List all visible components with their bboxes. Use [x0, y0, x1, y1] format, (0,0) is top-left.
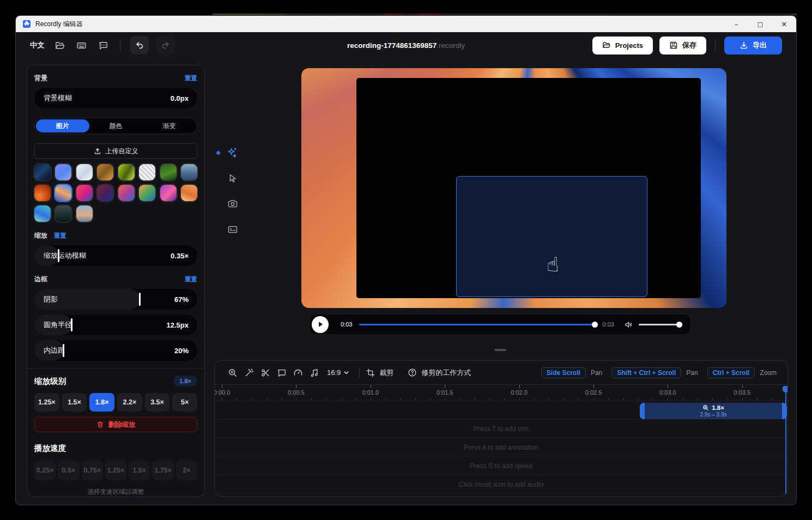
- webcam-tool-button[interactable]: [216, 198, 238, 210]
- timeline-track-lane[interactable]: Click music icon to add audio: [215, 475, 787, 494]
- background-thumbnail-blue-green-rays[interactable]: [34, 205, 51, 222]
- background-thumbnail-green-plants[interactable]: [160, 164, 177, 180]
- ruler-minor-tick: [579, 398, 579, 401]
- slider-handle[interactable]: [139, 293, 141, 306]
- trim-help-button[interactable]: 修剪的工作方式: [408, 368, 471, 378]
- tab-image[interactable]: 图片: [36, 119, 89, 132]
- padding-slider[interactable]: 内边距20%: [34, 340, 197, 361]
- background-thumbnail-autumn-hills[interactable]: [97, 164, 113, 180]
- background-thumbnail-green-blue-orange[interactable]: [139, 185, 155, 201]
- zoom-motion-blur-slider[interactable]: 缩放运动模糊 0.35×: [34, 245, 197, 266]
- save-button[interactable]: 保存: [659, 37, 706, 55]
- background-thumbnail-orange-rays[interactable]: [181, 185, 197, 201]
- gauge-icon: [293, 368, 303, 378]
- speed-option-1.5x[interactable]: 1.5×: [129, 461, 150, 480]
- ruler-minor-tick: [534, 398, 535, 401]
- maximize-button[interactable]: ◻: [748, 16, 772, 32]
- speed-option-1.25x[interactable]: 1.25×: [105, 461, 126, 480]
- speed-button[interactable]: [290, 365, 306, 380]
- effects-tool-button[interactable]: [216, 147, 238, 159]
- background-thumbnail-big-sur-waves[interactable]: [76, 185, 93, 201]
- seek-bar[interactable]: [359, 324, 597, 325]
- background-thumbnail-dark-red-blue[interactable]: [97, 185, 113, 201]
- auto-zoom-button[interactable]: [241, 365, 257, 380]
- video-preview-canvas[interactable]: ☝: [301, 68, 726, 308]
- zoom-block-left-handle[interactable]: [640, 403, 645, 419]
- cut-button[interactable]: [257, 365, 274, 380]
- aspect-ratio-dropdown[interactable]: 16:9: [327, 368, 349, 377]
- speed-option-2x[interactable]: 2×: [176, 461, 197, 480]
- timeline-zoom-in-button[interactable]: [225, 365, 241, 380]
- zoom-block-level: 1.8×: [712, 404, 724, 412]
- background-thumbnail-white-ripples[interactable]: [139, 164, 155, 180]
- annotation-button[interactable]: [274, 365, 290, 380]
- zoom-level-option-1.5x[interactable]: 1.5×: [62, 393, 87, 412]
- background-reset-link[interactable]: 重置: [185, 74, 197, 82]
- speed-option-0.75x[interactable]: 0.75×: [82, 461, 103, 480]
- background-section-title: 背景: [34, 74, 47, 83]
- projects-button[interactable]: Projects: [592, 37, 653, 55]
- volume-thumb[interactable]: [676, 322, 682, 328]
- upload-custom-button[interactable]: 上传自定义: [34, 143, 197, 159]
- language-button[interactable]: 中文: [30, 40, 45, 50]
- speed-option-0.5x[interactable]: 0.5×: [58, 461, 79, 480]
- minimize-button[interactable]: –: [724, 16, 748, 32]
- music-button[interactable]: [306, 365, 323, 380]
- timeline-ruler[interactable]: 0:00.00:00.50:01.00:01.50:02.00:02.50:03…: [215, 385, 787, 401]
- timeline-track-lane[interactable]: Press S to add speed: [215, 457, 787, 475]
- timeline-track-lane[interactable]: Press A to add annotation: [215, 438, 787, 457]
- background-thumbnail-green-yellow-abstract[interactable]: [118, 164, 135, 180]
- feedback-button[interactable]: [96, 38, 110, 52]
- top-toolbar: 中文 recording-1774861369857.recordly: [16, 32, 796, 58]
- background-thumbnail-purple-pink[interactable]: [160, 185, 177, 201]
- tab-gradient[interactable]: 渐变: [142, 119, 196, 132]
- background-thumbnail-orange-purple-blue[interactable]: [118, 185, 135, 201]
- volume-slider[interactable]: [639, 324, 682, 325]
- sparkles-icon: [226, 147, 238, 159]
- ruler-minor-tick: [757, 398, 758, 401]
- zoom-level-option-1.25x[interactable]: 1.25×: [34, 393, 59, 412]
- export-button[interactable]: 导出: [724, 37, 782, 55]
- shortcuts-button[interactable]: [74, 38, 88, 52]
- cursor-tool-button[interactable]: [216, 172, 238, 184]
- undo-button[interactable]: [130, 36, 149, 55]
- playback-speed-hint: 选择变速区域以调整: [34, 488, 197, 496]
- speed-option-1.75x[interactable]: 1.75×: [152, 461, 173, 480]
- zoom-block[interactable]: 1.8× 2.9s – 3.9s: [640, 403, 787, 419]
- speaker-icon[interactable]: [624, 320, 633, 329]
- background-thumbnail-dark-blue-abstract[interactable]: [34, 164, 51, 180]
- captions-tool-button[interactable]: [216, 223, 238, 235]
- background-thumbnail-sequoia-rays[interactable]: [55, 185, 71, 201]
- zoom-reset-link[interactable]: 重置: [54, 232, 66, 240]
- background-thumbnail-mountain-lake[interactable]: [181, 164, 197, 180]
- speed-option-0.25x[interactable]: 0.25×: [34, 461, 56, 480]
- background-thumbnail-cloud-sunset[interactable]: [76, 205, 93, 222]
- delete-zoom-button[interactable]: 删除缩放: [34, 417, 197, 432]
- zoom-level-option-2.2x[interactable]: 2.2×: [117, 393, 142, 412]
- corner-radius-slider[interactable]: 圆角半径12.5px: [34, 315, 197, 335]
- play-button[interactable]: [312, 316, 329, 333]
- zoom-level-option-1.8x[interactable]: 1.8×: [89, 393, 114, 412]
- seek-thumb[interactable]: [592, 322, 598, 328]
- zoom-level-option-5x[interactable]: 5×: [172, 393, 197, 412]
- zoom-region-selection[interactable]: ☝: [456, 176, 647, 297]
- crop-button[interactable]: 裁剪: [366, 368, 393, 378]
- open-project-button[interactable]: [52, 38, 66, 52]
- total-time: 0:03: [603, 321, 614, 328]
- border-reset-link[interactable]: 重置: [185, 275, 197, 283]
- background-blur-slider[interactable]: 背景模糊 0.0px: [34, 88, 197, 108]
- scissors-icon: [260, 368, 270, 378]
- close-button[interactable]: ✕: [772, 16, 796, 32]
- tab-color[interactable]: 颜色: [89, 119, 143, 132]
- zoom-block-range: 2.9s – 3.9s: [700, 412, 727, 418]
- redo-button[interactable]: [156, 36, 175, 55]
- background-thumbnail-snow-white[interactable]: [76, 164, 93, 180]
- panel-resize-handle[interactable]: [494, 349, 506, 351]
- background-thumbnail-dark-mountains[interactable]: [55, 205, 71, 222]
- shadow-slider[interactable]: 阴影67%: [34, 289, 197, 310]
- timeline-track-lane[interactable]: Press T to add trim: [215, 420, 787, 438]
- playhead-line[interactable]: [785, 386, 786, 494]
- zoom-level-option-3.5x[interactable]: 3.5×: [145, 393, 170, 412]
- background-thumbnail-purple-blue-glow[interactable]: [55, 164, 71, 180]
- background-thumbnail-orange-flower[interactable]: [34, 185, 51, 201]
